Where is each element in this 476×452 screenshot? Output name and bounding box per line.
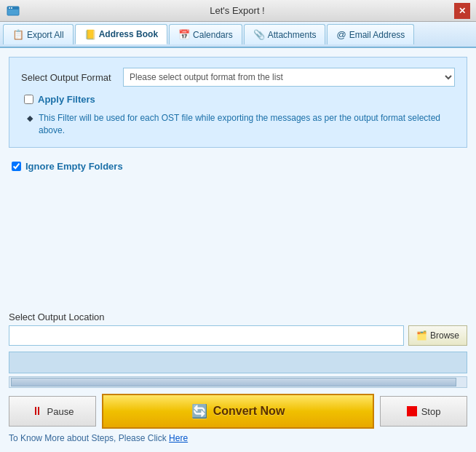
svg-point-3 [11, 7, 12, 9]
content-spacer [9, 178, 467, 312]
email-icon: @ [336, 29, 346, 40]
tab-email-address-label: Email Address [349, 30, 405, 40]
tab-attachments[interactable]: 📎 Attachments [244, 24, 326, 44]
format-select[interactable]: Please select output format from the lis… [123, 68, 455, 87]
filter-info: ◆ This Filter will be used for each OST … [21, 112, 455, 137]
format-row: Select Output Format Please select outpu… [21, 68, 455, 87]
stop-button[interactable]: Stop [380, 396, 467, 427]
main-content: Select Output Format Please select outpu… [0, 48, 476, 452]
pause-label: Pause [47, 406, 74, 417]
browse-button[interactable]: 🗂️ Browse [408, 325, 467, 346]
format-section: Select Output Format Please select outpu… [9, 57, 467, 148]
action-bar: ⏸ Pause 🔄 Convert Now Stop [9, 394, 467, 429]
tab-export-all-label: Export All [27, 30, 64, 40]
title-bar: Let's Export ! ✕ [0, 0, 476, 22]
ignore-empty-folders-label[interactable]: Ignore Empty Folders [25, 161, 123, 172]
footer: To Know More about Steps, Please Click H… [9, 433, 467, 443]
tab-address-book-label: Address Book [99, 29, 158, 39]
convert-icon: 🔄 [191, 403, 207, 419]
tab-export-all[interactable]: 📋 Export All [3, 24, 74, 44]
format-label: Select Output Format [21, 72, 123, 83]
apply-filters-label[interactable]: Apply Filters [38, 94, 95, 105]
location-label: Select Output Location [9, 312, 467, 322]
location-section: Select Output Location 🗂️ Browse [9, 312, 467, 346]
export-all-icon: 📋 [12, 29, 24, 40]
scrollbar-thumb [11, 378, 456, 386]
attachments-icon: 📎 [253, 29, 265, 40]
pause-button[interactable]: ⏸ Pause [9, 396, 96, 427]
tab-email-address[interactable]: @ Email Address [327, 24, 414, 44]
app-icon [6, 4, 20, 18]
location-row: 🗂️ Browse [9, 325, 467, 346]
browse-label: Browse [430, 330, 459, 341]
progress-section [9, 352, 467, 373]
tab-calendars-label: Calendars [193, 30, 233, 40]
tab-bar: 📋 Export All 📒 Address Book 📅 Calendars … [0, 22, 476, 48]
filter-row: Apply Filters [21, 94, 455, 105]
ignore-empty-folders-checkbox[interactable] [12, 162, 21, 171]
ignore-empty-folders-row: Ignore Empty Folders [9, 155, 467, 178]
stop-icon [407, 406, 417, 416]
footer-link[interactable]: Here [169, 433, 188, 443]
tab-calendars[interactable]: 📅 Calendars [169, 24, 242, 44]
address-book-icon: 📒 [84, 29, 96, 40]
diamond-icon: ◆ [27, 114, 33, 123]
convert-label: Convert Now [213, 405, 285, 418]
footer-text: To Know More about Steps, Please Click [9, 433, 169, 443]
calendars-icon: 📅 [178, 29, 190, 40]
folder-icon: 🗂️ [416, 330, 427, 341]
pause-icon: ⏸ [31, 405, 43, 418]
close-button[interactable]: ✕ [454, 3, 470, 19]
tab-address-book[interactable]: 📒 Address Book [75, 24, 167, 44]
tab-attachments-label: Attachments [268, 30, 317, 40]
scrollbar-area[interactable] [9, 376, 467, 388]
location-input[interactable] [9, 325, 404, 346]
svg-point-2 [9, 7, 10, 9]
window-title: Let's Export ! [20, 5, 454, 16]
stop-label: Stop [421, 406, 441, 417]
apply-filters-checkbox[interactable] [24, 95, 33, 104]
convert-now-button[interactable]: 🔄 Convert Now [102, 394, 374, 429]
filter-info-text: This Filter will be used for each OST fi… [39, 112, 455, 137]
